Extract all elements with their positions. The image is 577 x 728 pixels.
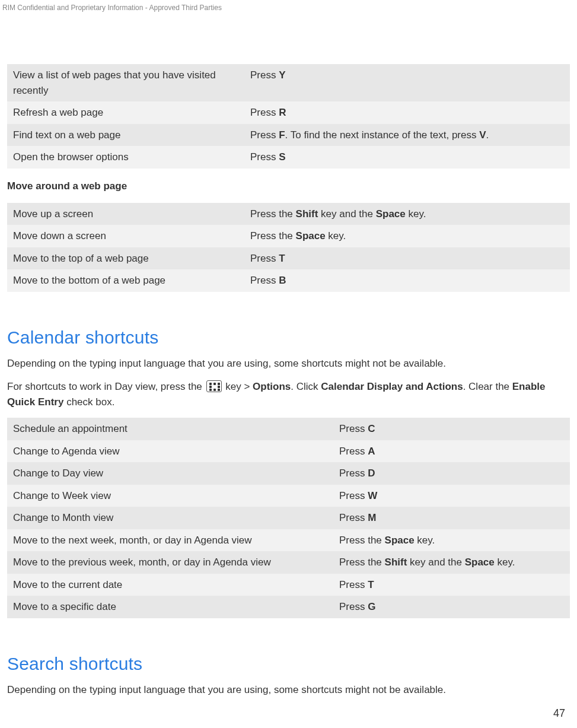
shortcut-action: Move up a screen (7, 203, 244, 225)
key-name: G (368, 601, 375, 612)
shortcut-key: Press D (333, 462, 570, 485)
key-name: B (279, 275, 286, 286)
calendar-note-1: Depending on the typing input language t… (7, 356, 570, 371)
shortcut-key: Press the Space key. (244, 225, 570, 247)
text: key > (223, 381, 253, 392)
text: . (486, 129, 489, 141)
text: Press (339, 601, 368, 612)
shortcut-key: Press B (244, 269, 570, 292)
table-row: Move to the top of a web pagePress T (7, 247, 570, 270)
bold-calendar-display: Calendar Display and Actions (321, 381, 463, 392)
text: check box. (63, 396, 114, 408)
table-row: Move up a screenPress the Shift key and … (7, 203, 570, 225)
text: Press (250, 69, 279, 81)
shortcut-action: Change to Week view (7, 485, 333, 507)
page-content: View a list of web pages that you have v… (0, 0, 577, 697)
text: Press (339, 468, 368, 479)
page-number: 47 (553, 707, 565, 720)
key-name: Space (376, 208, 406, 220)
table-row: Change to Agenda viewPress A (7, 440, 570, 463)
key-name: Space (465, 557, 495, 568)
shortcut-key: Press T (333, 574, 570, 596)
text: Press the (250, 230, 296, 241)
key-name: T (279, 253, 285, 264)
shortcut-action: Move to the current date (7, 574, 333, 596)
text: Press the (250, 208, 296, 220)
table-row: Move to the current datePress T (7, 574, 570, 596)
key-name: W (368, 490, 377, 501)
text: Press the (339, 535, 385, 546)
key-name: D (368, 468, 375, 479)
text: Press (339, 579, 368, 590)
text: key. (326, 230, 346, 241)
menu-key-icon (206, 380, 222, 392)
calendar-note-2: For shortcuts to work in Day view, press… (7, 379, 570, 409)
shortcut-action: Open the browser options (7, 146, 244, 169)
key-name: V (479, 129, 486, 141)
shortcut-action: Change to Agenda view (7, 440, 333, 463)
key-name: M (368, 512, 376, 523)
key-name: Shift (385, 557, 407, 568)
shortcut-action: Move down a screen (7, 225, 244, 247)
text: key and the (318, 208, 375, 220)
search-note-1: Depending on the typing input language t… (7, 682, 570, 698)
shortcut-key: Press C (333, 418, 570, 440)
calendar-shortcuts-table: Schedule an appointmentPress CChange to … (7, 418, 570, 618)
table-row: Move to a specific datePress G (7, 596, 570, 618)
table-row: Move to the next week, month, or day in … (7, 529, 570, 552)
text: key and the (407, 557, 464, 568)
shortcut-key: Press Y (244, 64, 570, 101)
text: Press (339, 512, 368, 523)
key-name: Space (385, 535, 415, 546)
text: For shortcuts to work in Day view, press… (7, 381, 205, 392)
text: Press (250, 129, 279, 141)
shortcut-action: Move to the next week, month, or day in … (7, 529, 333, 552)
shortcut-action: Change to Month view (7, 507, 333, 529)
shortcut-action: Move to the top of a web page (7, 247, 244, 270)
text: Press (339, 423, 368, 434)
table-row: Change to Week viewPress W (7, 485, 570, 507)
text: Press (250, 253, 279, 264)
bold-options: Options (253, 381, 291, 392)
shortcut-key: Press T (244, 247, 570, 270)
shortcut-key: Press the Shift key and the Space key. (333, 551, 570, 574)
table-row: View a list of web pages that you have v… (7, 64, 570, 101)
text: . Clear the (463, 381, 512, 392)
shortcut-action: Move to the bottom of a web page (7, 269, 244, 292)
text: Press (250, 107, 279, 118)
browser-shortcuts-table: View a list of web pages that you have v… (7, 64, 570, 169)
text: Press (339, 446, 368, 457)
table-row: Move to the bottom of a web pagePress B (7, 269, 570, 292)
text: key. (406, 208, 426, 220)
shortcut-key: Press F. To find the next instance of th… (244, 124, 570, 147)
text: Press the (339, 557, 385, 568)
text: . Click (291, 381, 321, 392)
text: . To find the next instance of the text,… (285, 129, 480, 141)
text: key. (495, 557, 515, 568)
shortcut-action: View a list of web pages that you have v… (7, 64, 244, 101)
shortcut-key: Press the Space key. (333, 529, 570, 552)
move-around-table: Move up a screenPress the Shift key and … (7, 203, 570, 292)
table-row: Move to the previous week, month, or day… (7, 551, 570, 574)
key-name: T (368, 579, 374, 590)
shortcut-key: Press A (333, 440, 570, 463)
key-name: A (368, 446, 375, 457)
confidential-header: RIM Confidential and Proprietary Informa… (2, 4, 222, 12)
shortcut-action: Move to a specific date (7, 596, 333, 618)
shortcut-key: Press the Shift key and the Space key. (244, 203, 570, 225)
key-name: Shift (296, 208, 318, 220)
table-row: Change to Month viewPress M (7, 507, 570, 529)
shortcut-key: Press G (333, 596, 570, 618)
shortcut-key: Press M (333, 507, 570, 529)
shortcut-action: Schedule an appointment (7, 418, 333, 440)
text: Press (339, 490, 368, 501)
shortcut-key: Press W (333, 485, 570, 507)
table-row: Refresh a web pagePress R (7, 101, 570, 124)
shortcut-action: Refresh a web page (7, 101, 244, 124)
text: Press (250, 151, 279, 163)
shortcut-action: Move to the previous week, month, or day… (7, 551, 333, 574)
shortcut-key: Press R (244, 101, 570, 124)
key-name: C (368, 423, 375, 434)
key-name: R (279, 107, 286, 118)
table-row: Open the browser optionsPress S (7, 146, 570, 169)
